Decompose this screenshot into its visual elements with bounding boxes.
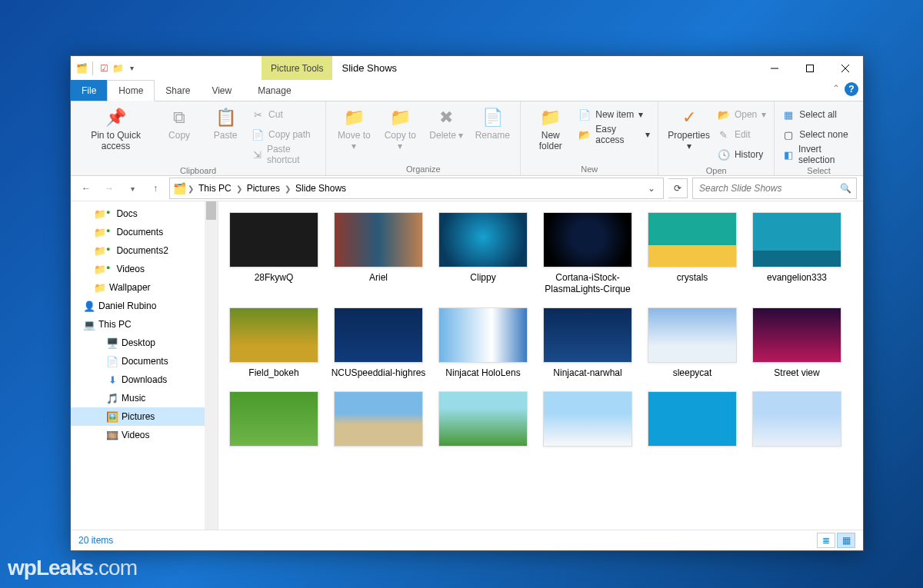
up-button[interactable]: ↑ [146,179,165,198]
tree-item-documents[interactable]: 📁●Documents [71,223,218,241]
maximize-button[interactable] [792,56,828,80]
group-label: Open [663,164,769,177]
file-item[interactable] [748,391,846,463]
chevron-right-icon[interactable]: ❯ [236,184,242,193]
search-icon[interactable]: 🔍 [840,183,851,194]
new-folder-button[interactable]: 📁 New folder [525,103,575,155]
thumbnails-view-button[interactable]: ▦ [837,533,855,548]
copy-to-button[interactable]: 📁 Copy to ▾ [377,103,423,155]
tree-item-videos[interactable]: 📁●Videos [71,260,218,278]
tree-item-documents3[interactable]: 📄Documents [71,352,218,370]
documents-icon: 📄 [106,355,118,367]
tab-file[interactable]: File [71,80,107,101]
properties-button[interactable]: ✓ Properties ▾ [663,103,715,155]
address-dropdown-icon[interactable]: ⌄ [643,183,660,194]
file-name: Cortana-iStock-PlasmaLights-Cirque [538,272,637,295]
search-input[interactable] [698,182,840,194]
pin-to-quick-access-button[interactable]: 📌 Pin to Quick access [75,103,156,155]
help-button[interactable]: ? [845,82,858,96]
tree-item-this-pc[interactable]: 💻This PC [71,315,218,334]
file-item[interactable]: 28FkywQ [225,212,323,295]
delete-button[interactable]: ✖ Delete ▾ [423,103,469,145]
file-item[interactable] [643,391,741,463]
pc-icon: 💻 [83,318,95,331]
tab-manage[interactable]: Manage [247,80,302,101]
group-organize: 📁 Move to ▾ 📁 Copy to ▾ ✖ Delete ▾ 📄 Ren… [326,101,521,175]
file-item[interactable]: Cortana-iStock-PlasmaLights-Cirque [538,212,637,295]
tree-item-videos2[interactable]: 🎞️Videos [71,426,218,444]
tree-item-pictures[interactable]: 🖼️Pictures [71,407,218,426]
breadcrumb-slide-shows[interactable]: Slide Shows [292,183,349,194]
file-item[interactable] [329,391,428,463]
file-item[interactable]: Street view [748,307,846,379]
copy-path-button[interactable]: 📄Copy path [248,125,321,145]
thumbnail [229,391,318,447]
tree-item-wallpaper[interactable]: 📁Wallpaper [71,278,218,297]
tree-scrollbar[interactable] [205,201,218,530]
breadcrumb-pictures[interactable]: Pictures [244,183,283,194]
collapse-ribbon-icon[interactable]: ⌃ [832,83,840,94]
thumbnail [543,307,632,363]
titlebar: 🗂️ ☑ 📁 ▾ Picture Tools Slide Shows [71,56,863,80]
file-item[interactable]: evangelion333 [748,212,846,295]
file-item[interactable]: Clippy [434,212,532,295]
breadcrumb-this-pc[interactable]: This PC [195,183,235,194]
chevron-right-icon[interactable]: ❯ [188,184,194,193]
properties-qat-icon[interactable]: ☑ [98,62,110,75]
copy-button[interactable]: ⧉ Copy [156,103,202,145]
desktop-icon: 🖥️ [106,337,118,349]
tree-item-docs[interactable]: 📁●Docs [71,204,218,223]
select-none-button[interactable]: ▢Select none [779,125,858,145]
tree-item-desktop[interactable]: 🖥️Desktop [71,334,218,352]
tab-share[interactable]: Share [155,80,201,101]
tree-item-music[interactable]: 🎵Music [71,389,218,407]
file-item[interactable] [434,391,532,463]
thumbnail [543,391,632,447]
back-button[interactable]: ← [77,179,95,198]
folder-icon: 📁 [94,226,106,238]
file-item[interactable]: Ariel [329,212,428,295]
forward-button[interactable]: → [100,179,118,198]
file-item[interactable] [225,391,323,463]
file-item[interactable]: Ninjacat-narwhal [538,307,637,379]
thumbnail [334,307,423,363]
history-button[interactable]: 🕓History [715,145,769,164]
file-item[interactable]: crystals [643,212,741,295]
cut-button[interactable]: ✂Cut [248,105,321,125]
search-box[interactable]: 🔍 [692,178,857,199]
edit-button[interactable]: ✎Edit [715,125,769,145]
select-all-button[interactable]: ▦Select all [779,105,858,125]
tab-view[interactable]: View [201,80,242,101]
address-bar[interactable]: 🗂️ ❯ This PC ❯ Pictures ❯ Slide Shows ⌄ [169,178,664,199]
tree-item-documents2[interactable]: 📁●Documents2 [71,241,218,260]
file-item[interactable]: Ninjacat HoloLens [434,307,532,379]
file-item[interactable]: sleepycat [643,307,741,379]
invert-selection-button[interactable]: ◧Invert selection [779,145,858,164]
tree-item-downloads[interactable]: ⬇Downloads [71,370,218,389]
file-item[interactable]: Field_bokeh [225,307,323,379]
easy-access-button[interactable]: 📂Easy access ▾ [575,125,653,145]
folder-icon: 📁 [94,281,106,294]
details-view-button[interactable]: ≣ [817,533,835,548]
move-to-button[interactable]: 📁 Move to ▾ [331,103,377,155]
file-item[interactable]: NCUSpeeddial-highres [329,307,428,379]
rename-button[interactable]: 📄 Rename [469,103,515,145]
tree-item-user[interactable]: 👤Daniel Rubino [71,297,218,315]
refresh-button[interactable]: ⟳ [668,178,688,198]
context-tab-picture-tools[interactable]: Picture Tools [262,56,332,80]
paste-shortcut-button[interactable]: ⇲Paste shortcut [248,145,321,164]
file-name: Ninjacat-narwhal [553,367,621,379]
tab-home[interactable]: Home [107,80,155,101]
paste-button[interactable]: 📋 Paste [202,103,248,145]
minimize-button[interactable] [757,56,792,80]
qat-dropdown-icon[interactable]: ▾ [125,62,138,75]
recent-locations-button[interactable]: ▾ [123,179,142,198]
scrollbar-thumb[interactable] [206,201,216,220]
close-button[interactable] [828,56,863,80]
new-folder-qat-icon[interactable]: 📁 [112,62,124,75]
open-button[interactable]: 📂Open ▾ [715,105,769,125]
file-item[interactable] [538,391,637,463]
content-area[interactable]: 28FkywQArielClippyCortana-iStock-PlasmaL… [218,201,863,530]
new-item-button[interactable]: 📄New item ▾ [575,105,653,125]
chevron-right-icon[interactable]: ❯ [285,184,291,193]
